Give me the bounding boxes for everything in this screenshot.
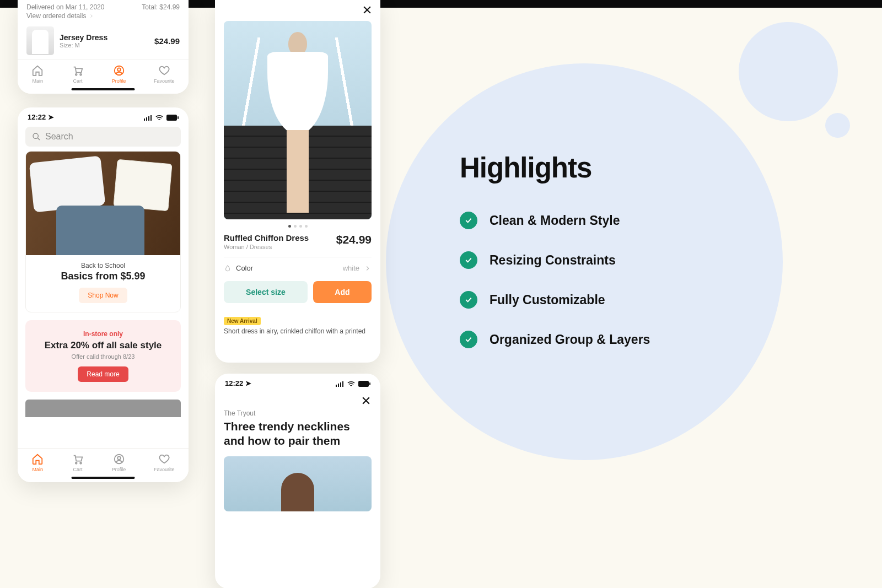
nav-cart[interactable]: Cart <box>72 453 84 472</box>
location-icon: ➤ <box>245 379 251 387</box>
heart-icon <box>158 64 170 77</box>
nav-profile-label: Profile <box>112 467 126 472</box>
cart-icon <box>72 64 84 77</box>
view-details-text: View ordered details <box>26 12 87 20</box>
svg-rect-5 <box>146 117 147 121</box>
nav-profile[interactable]: Profile <box>112 64 126 84</box>
signal-icon <box>144 115 153 121</box>
home-icon <box>31 453 44 465</box>
color-value: white <box>343 264 359 272</box>
sale-sub: Offer calid through 8/23 <box>32 353 174 360</box>
chevron-right-icon <box>89 13 94 19</box>
search-icon <box>32 132 41 141</box>
signal-icon <box>336 381 345 387</box>
svg-line-11 <box>37 138 40 140</box>
order-price: $24.99 <box>154 36 180 46</box>
svg-rect-18 <box>336 385 337 387</box>
phone-article: 12:22➤ The Tryout Three trendy necklines… <box>215 374 380 588</box>
battery-icon <box>166 115 179 121</box>
check-icon <box>460 291 477 309</box>
read-more-button[interactable]: Read more <box>78 366 128 382</box>
select-size-button[interactable]: Select size <box>224 281 308 303</box>
product-category: Woman / Dresses <box>224 244 309 250</box>
nav-main[interactable]: Main <box>31 64 44 84</box>
promo-eyebrow: Back to School <box>31 262 175 269</box>
close-icon[interactable] <box>362 4 373 15</box>
sale-card: In-store only Extra 20% off all sale sty… <box>25 320 181 392</box>
order-name: Jersey Dress <box>60 33 149 42</box>
status-time: 12:22 <box>28 113 46 121</box>
nav-fav-label: Favourite <box>154 467 175 472</box>
highlight-item: Resizing Constraints <box>460 251 650 269</box>
drop-icon <box>224 265 232 272</box>
status-bar: 12:22➤ <box>18 107 189 123</box>
nav-main-label: Main <box>33 467 44 472</box>
search-placeholder: Search <box>45 132 73 142</box>
article-title: Three trendy necklines and how to pair t… <box>215 419 380 449</box>
home-indicator <box>72 88 135 90</box>
svg-rect-6 <box>148 116 149 121</box>
nav-main-label: Main <box>33 78 44 84</box>
svg-rect-21 <box>342 381 343 387</box>
status-icons <box>335 379 370 387</box>
highlight-item: Organized Group & Layers <box>460 331 650 348</box>
close-row <box>215 0 380 18</box>
svg-point-12 <box>76 462 77 464</box>
home-indicator <box>72 477 135 479</box>
close-icon[interactable] <box>361 395 372 406</box>
shop-now-button[interactable]: Shop Now <box>79 288 127 303</box>
view-details-link[interactable]: View ordered details <box>18 11 189 23</box>
svg-point-3 <box>117 68 121 71</box>
highlight-text: Resizing Constraints <box>490 253 616 268</box>
nav-fav-label: Favourite <box>154 78 175 84</box>
nav-cart-label: Cart <box>73 467 83 472</box>
order-size: Size: M <box>60 42 149 48</box>
svg-point-0 <box>76 74 77 75</box>
promo-card[interactable]: Back to School Basics from $5.99 Shop No… <box>25 151 181 312</box>
status-icons <box>143 113 179 121</box>
heart-icon <box>158 453 170 465</box>
svg-point-1 <box>80 74 82 75</box>
product-desc: Short dress in airy, crinkled chiffon wi… <box>215 325 380 342</box>
phone-home: 12:22➤ Search Back to School Basics from… <box>18 107 189 482</box>
svg-rect-22 <box>358 381 369 387</box>
add-button[interactable]: Add <box>313 281 372 303</box>
nav-main[interactable]: Main <box>31 453 44 472</box>
svg-rect-4 <box>144 118 145 121</box>
search-input[interactable]: Search <box>25 127 181 147</box>
new-arrival-tag: New Arrival <box>224 317 261 325</box>
nav-profile[interactable]: Profile <box>112 453 126 472</box>
color-selector[interactable]: Color white <box>224 257 372 279</box>
order-row[interactable]: Jersey Dress Size: M $24.99 <box>18 23 189 55</box>
nav-favourite[interactable]: Favourite <box>154 453 175 472</box>
home-icon <box>31 64 44 77</box>
phone-orders: Delivered on Mar 11, 2020 Total: $24.99 … <box>18 0 189 94</box>
delivered-label: Delivered on Mar 11, 2020 <box>26 3 104 11</box>
chevron-right-icon <box>364 265 372 272</box>
nav-cart-label: Cart <box>73 78 83 84</box>
close-row <box>215 390 380 409</box>
svg-rect-9 <box>178 116 179 119</box>
color-label: Color <box>236 264 253 272</box>
svg-rect-20 <box>340 382 341 387</box>
content-strip <box>25 400 181 417</box>
carousel-dots[interactable] <box>215 225 380 228</box>
nav-favourite[interactable]: Favourite <box>154 64 175 84</box>
svg-rect-23 <box>369 382 370 385</box>
cart-icon <box>72 453 84 465</box>
svg-point-15 <box>117 456 121 460</box>
profile-icon <box>113 64 125 77</box>
check-icon <box>460 251 477 269</box>
wifi-icon <box>347 381 355 387</box>
bg-blob-tiny <box>825 113 850 138</box>
product-hero[interactable] <box>224 21 372 219</box>
total-label: Total: $24.99 <box>142 3 180 11</box>
wifi-icon <box>155 115 163 121</box>
sale-title: Extra 20% off all sale style <box>32 340 174 351</box>
highlight-text: Organized Group & Layers <box>490 332 650 347</box>
svg-rect-19 <box>338 384 339 387</box>
location-icon: ➤ <box>48 113 54 121</box>
nav-cart[interactable]: Cart <box>72 64 84 84</box>
svg-point-13 <box>80 462 82 464</box>
status-bar: 12:22➤ <box>215 374 380 390</box>
